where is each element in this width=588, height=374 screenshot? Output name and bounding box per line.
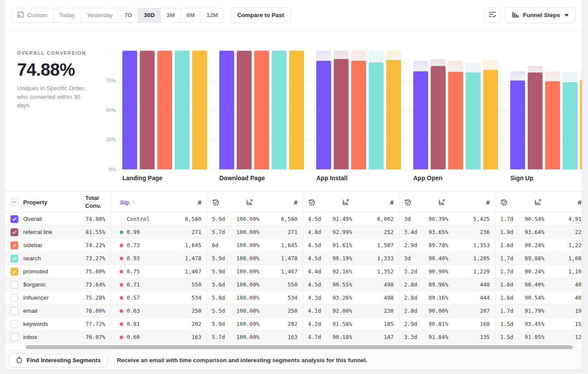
sig-value-wrap: 0.73	[120, 242, 185, 248]
sig-value-wrap: 0.93	[120, 255, 185, 262]
row-checkbox[interactable]	[10, 228, 18, 236]
conversion-rate-icon[interactable]	[246, 199, 253, 206]
funnel-bar[interactable]	[528, 73, 543, 169]
find-interesting-segments-button[interactable]: Find Interesting Segments	[9, 353, 107, 367]
date-range-yesterday[interactable]: Yesterday	[81, 8, 119, 22]
row-checkbox[interactable]	[10, 294, 18, 302]
funnel-bar[interactable]	[140, 51, 155, 169]
table-row: $organic73.64%0.715505.6d100.00%5504.5d9…	[5, 278, 582, 291]
count-column-header[interactable]: #	[198, 199, 201, 206]
funnel-bar[interactable]	[563, 82, 578, 169]
conversion-rate-value: 92.16%	[332, 268, 367, 275]
step-cell: 1.7d90.54%4,91	[495, 213, 582, 225]
bar-column	[237, 51, 252, 169]
step-count: 250	[191, 308, 201, 314]
funnel-bar[interactable]	[122, 51, 137, 169]
sig-sort-header[interactable]: Sig.↑	[120, 199, 198, 206]
row-checkbox[interactable]	[10, 333, 18, 341]
funnel-bar[interactable]	[510, 80, 525, 169]
date-range-12m[interactable]: 12M	[201, 8, 224, 22]
time-to-convert-icon[interactable]	[308, 199, 315, 206]
step-cell: 1.5d93.45%15	[495, 318, 582, 330]
sig-cell: 0.57534	[111, 291, 207, 304]
funnel-bar[interactable]	[580, 80, 582, 169]
chart-options-button[interactable]	[484, 7, 501, 23]
time-to-convert-icon[interactable]	[500, 199, 508, 206]
date-range-3m[interactable]: 3M	[160, 8, 180, 22]
sig-value: 0.99	[127, 229, 140, 235]
funnel-bar[interactable]	[545, 81, 560, 169]
sig-cell: 0.60163	[111, 331, 207, 343]
conversion-rate-icon[interactable]	[342, 199, 349, 206]
row-checkbox[interactable]	[10, 241, 18, 249]
bar-column	[483, 51, 498, 169]
sig-cell: 0.99271	[111, 226, 207, 238]
funnel-bar[interactable]	[237, 51, 252, 169]
dropoff-ghost	[510, 71, 525, 80]
funnel-steps-dropdown[interactable]: Funnel Steps	[505, 7, 576, 23]
funnel-bar[interactable]	[254, 51, 269, 169]
funnel-bar[interactable]	[316, 61, 331, 169]
date-range-today[interactable]: Today	[53, 8, 81, 22]
time-to-convert-icon[interactable]	[404, 199, 412, 206]
date-range-7d[interactable]: 7D	[118, 8, 138, 22]
sig-value: 0.75	[127, 268, 140, 275]
row-checkbox[interactable]	[10, 281, 18, 289]
select-all-checkbox[interactable]	[10, 198, 18, 206]
funnel-bar[interactable]	[334, 59, 349, 169]
step-count: 250	[271, 308, 297, 314]
compare-to-past-button[interactable]: Compare to Past	[230, 7, 291, 23]
time-to-convert-value: 2.9d	[404, 242, 429, 248]
funnel-bar[interactable]	[192, 51, 207, 169]
funnel-bar[interactable]	[369, 63, 384, 169]
total-conversion-value: 75.28%	[86, 294, 105, 301]
funnel-bar[interactable]	[466, 73, 481, 169]
conversion-rate-value: 91.49%	[332, 216, 367, 222]
step-label: App Open	[413, 175, 443, 182]
row-checkbox[interactable]	[10, 268, 18, 276]
overall-conversion-value: 74.88%	[17, 60, 103, 80]
funnel-bar[interactable]	[431, 66, 446, 169]
row-checkbox[interactable]	[10, 215, 18, 223]
funnel-bar[interactable]	[386, 60, 401, 169]
sig-value: 0.73	[127, 242, 140, 248]
property-cell: influencer75.28%	[5, 291, 111, 304]
step-cell: 5.9d100.00%1,478	[207, 252, 303, 265]
conversion-rate-icon[interactable]	[438, 199, 446, 206]
date-range-30d[interactable]: 30D	[138, 8, 160, 22]
funnel-bar[interactable]	[351, 61, 366, 169]
funnel-bar[interactable]	[413, 71, 428, 169]
property-name: email	[23, 308, 37, 314]
count-column-header[interactable]: #	[486, 199, 490, 206]
sig-value: 0.63	[127, 308, 140, 314]
time-to-convert-icon[interactable]	[212, 199, 219, 206]
count-column-header[interactable]: #	[578, 199, 581, 206]
funnel-bar[interactable]	[289, 51, 304, 169]
step-count: 15	[560, 321, 581, 327]
funnel-bar[interactable]	[219, 51, 234, 169]
step-cell: 4.7d90.18%147	[303, 331, 399, 343]
dropoff-ghost	[431, 59, 446, 66]
conversion-rate-value: 90.54%	[525, 216, 560, 222]
row-checkbox[interactable]	[10, 320, 18, 328]
funnel-bar[interactable]	[157, 51, 172, 169]
funnel-bar[interactable]	[175, 51, 190, 169]
horizontal-scrollbar-thumb[interactable]	[26, 345, 573, 349]
date-range-custom[interactable]: Custom	[11, 8, 53, 22]
count-column-header[interactable]: #	[390, 199, 394, 206]
sig-value-wrap: 0.81	[120, 321, 191, 327]
date-range-label: Yesterday	[87, 12, 113, 18]
sig-value: 0.57	[127, 294, 140, 301]
funnel-bar[interactable]	[272, 51, 287, 169]
conversion-rate-icon[interactable]	[534, 199, 542, 206]
funnel-bar[interactable]	[448, 72, 463, 169]
segments-explorer-icon	[16, 356, 23, 365]
count-column-header[interactable]: #	[294, 199, 297, 206]
date-range-6m[interactable]: 6M	[180, 8, 201, 22]
row-checkbox[interactable]	[10, 255, 18, 262]
row-checkbox[interactable]	[10, 307, 18, 315]
step-count: 12	[560, 334, 581, 340]
funnel-bar[interactable]	[483, 70, 498, 169]
sig-value-wrap: 0.99	[120, 229, 191, 235]
sig-cell: 0.81202	[111, 318, 207, 330]
